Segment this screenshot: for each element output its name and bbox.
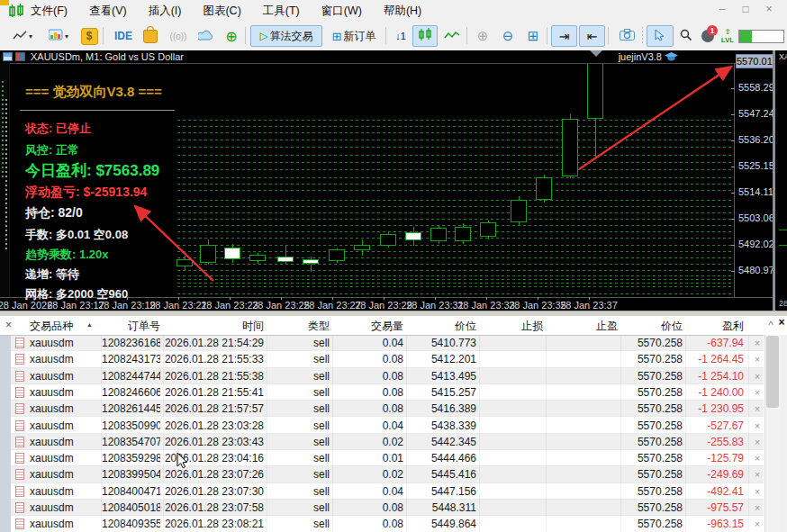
menu-item-6[interactable]: 窗口(W) [321, 4, 362, 19]
table-row[interactable]: xauusdm12082466062026.01.28 21:55:41sell… [11, 384, 764, 401]
screenshot-button[interactable] [613, 25, 640, 47]
price-axis-label[interactable]: 5536.200 [738, 134, 773, 145]
menu-item-1[interactable]: 文件(F) [31, 4, 68, 19]
price-axis-label[interactable]: 5480.975 [738, 265, 773, 275]
search-button[interactable] [675, 25, 697, 47]
chart-title-bar[interactable]: XAUUSDm, M1: Gold vs US Dollar juejinV3.… [0, 50, 773, 64]
menu-item-2[interactable]: 查看(V) [89, 4, 127, 19]
panel-close-button[interactable]: × [776, 316, 787, 329]
table-row[interactable]: xauusdm12083995042026.01.28 23:07:26sell… [11, 466, 764, 482]
time-axis-label[interactable]: 28 Jan 23:35 [509, 300, 566, 311]
table-row[interactable]: xauusdm12084004712026.01.28 23:07:30sell… [11, 483, 764, 500]
tile-windows-button[interactable]: ⊞ [521, 25, 545, 47]
header-price[interactable]: 价位 [407, 319, 476, 334]
auto-scroll-button[interactable]: ⇤ [579, 25, 605, 47]
line-chart-mode-button[interactable] [439, 25, 465, 47]
window-minimize-button[interactable]: – [715, 3, 729, 15]
table-row[interactable]: xauusdm12082447442026.01.28 21:55:38sell… [11, 368, 764, 384]
table-row[interactable]: xauusdm12083509902026.01.28 23:03:28sell… [11, 418, 764, 434]
candlestick-chart-button[interactable] [412, 25, 438, 47]
time-axis-label[interactable]: 28 Jan 23:31 [406, 300, 464, 311]
time-axis-label[interactable]: 28 Jan 23:29 [355, 300, 412, 311]
algo-trading-button[interactable]: ▷ 算法交易 [250, 25, 322, 47]
cell-time: 2026.01.28 21:55:41 [164, 384, 264, 401]
time-axis-label[interactable]: 28 Jan 23:25 [252, 300, 310, 311]
time-axis-label[interactable]: 28 Jan 23:37 [560, 300, 618, 311]
chart-window[interactable]: XAUUSDm, M1: Gold vs US Dollar juejinV3.… [0, 50, 773, 311]
position-icon [15, 437, 24, 447]
table-row[interactable]: xauusdm12084093552026.01.28 23:08:21sell… [11, 516, 764, 532]
time-axis-label[interactable]: 28 Jan 23:33 [457, 300, 515, 311]
table-scrollbar-thumb[interactable] [766, 336, 779, 408]
deposit-button[interactable]: $ [77, 25, 101, 47]
table-row[interactable]: xauusdm12082361682026.01.28 21:54:29sell… [11, 335, 764, 351]
toolbox-close-button[interactable]: × [5, 319, 18, 331]
table-row[interactable]: xauusdm12083592982026.01.28 23:04:16sell… [11, 450, 764, 466]
header-type[interactable]: 类型 [267, 319, 330, 334]
scroll-up-button[interactable]: ^ [764, 320, 777, 332]
table-row[interactable]: xauusdm12084050182026.01.28 23:07:58sell… [11, 500, 764, 516]
menu-item-4[interactable]: 图表(C) [203, 4, 240, 19]
header-tp[interactable]: 止盈 [547, 319, 618, 334]
row-close-icon[interactable]: × [751, 368, 764, 384]
shift-end-button[interactable]: ⇥ [551, 25, 577, 47]
community-button[interactable]: ⊕ [220, 25, 243, 47]
ide-button[interactable]: IDE [108, 25, 139, 47]
row-close-icon[interactable]: × [751, 335, 764, 351]
header-vol[interactable]: 交易量 [333, 319, 403, 334]
header-time[interactable]: 时间 [164, 319, 264, 334]
time-tick [486, 297, 487, 300]
notifications-button[interactable]: 1 [697, 25, 719, 47]
menu-item-5[interactable]: 工具(T) [263, 4, 300, 19]
header-cur[interactable]: 价位 [621, 319, 683, 334]
cell-sl [480, 450, 543, 466]
time-axis-label[interactable]: 28 Jan 23:21 [149, 300, 207, 311]
price-axis-label[interactable]: 5525.155 [738, 160, 773, 171]
zoom-out-button[interactable]: ⊖ [496, 25, 520, 47]
one-click-trading-strip[interactable] [0, 63, 10, 297]
chart-profile-button[interactable]: ▾ [41, 25, 76, 47]
menu-item-3[interactable]: 插入(I) [149, 4, 182, 19]
row-close-icon[interactable]: × [751, 483, 764, 500]
chart-type-button[interactable]: ▾ [5, 25, 40, 47]
row-close-icon[interactable]: × [751, 516, 764, 532]
new-order-button[interactable]: ⊞ 新订单 [324, 25, 384, 47]
table-row[interactable]: xauusdm12082614452026.01.28 21:57:57sell… [11, 401, 764, 417]
time-axis-label[interactable]: 28 Jan 23:23 [201, 300, 258, 311]
ea-hat-icon[interactable] [665, 51, 678, 65]
window-close-button[interactable]: × [762, 3, 776, 15]
signals-button[interactable]: ((o)) [164, 25, 193, 47]
row-close-icon[interactable]: × [751, 384, 764, 401]
row-close-icon[interactable]: × [751, 418, 764, 434]
row-close-icon[interactable]: × [751, 450, 764, 466]
header-profit[interactable]: 盈利 [686, 319, 744, 334]
price-axis-label[interactable]: 5558.290 [738, 82, 773, 93]
table-row[interactable]: xauusdm12082431732026.01.28 21:55:33sell… [11, 351, 764, 367]
zoom-in-button[interactable]: ⊕ [471, 25, 494, 47]
sliver-line [779, 230, 787, 230]
header-sl[interactable]: 止损 [480, 319, 543, 334]
menu-item-7[interactable]: 帮助(H) [384, 4, 421, 19]
tick-chart-button[interactable]: ↓1 [390, 25, 412, 47]
price-axis-border [734, 63, 735, 297]
row-close-icon[interactable]: × [751, 466, 764, 482]
row-close-icon[interactable]: × [751, 434, 764, 450]
window-restore-button[interactable]: □ [738, 3, 753, 15]
cell-sym: xauusdm [30, 466, 100, 482]
cursor-button[interactable] [647, 25, 674, 47]
lvl-indicator[interactable]: ⇧LVL [719, 25, 737, 47]
header-order[interactable]: 订单号 [102, 319, 160, 334]
price-axis-label[interactable]: 5514.110 [738, 186, 773, 197]
row-close-icon[interactable]: × [751, 401, 764, 417]
row-close-icon[interactable]: × [751, 351, 764, 367]
background-chart-sliver[interactable]: XA 28 [773, 50, 787, 311]
cell-cur: 5570.258 [621, 450, 683, 466]
time-axis-label[interactable]: 28 Jan 23:27 [303, 300, 361, 311]
table-row[interactable]: xauusdm12083547072026.01.28 23:03:43sell… [11, 434, 764, 450]
price-axis-label[interactable]: 5503.065 [738, 212, 773, 223]
market-bag-icon[interactable] [139, 25, 162, 47]
row-close-icon[interactable]: × [751, 500, 764, 516]
price-axis-label[interactable]: 5492.020 [738, 239, 773, 249]
cloud-button[interactable] [194, 25, 218, 47]
price-axis-label[interactable]: 5547.245 [738, 108, 773, 119]
